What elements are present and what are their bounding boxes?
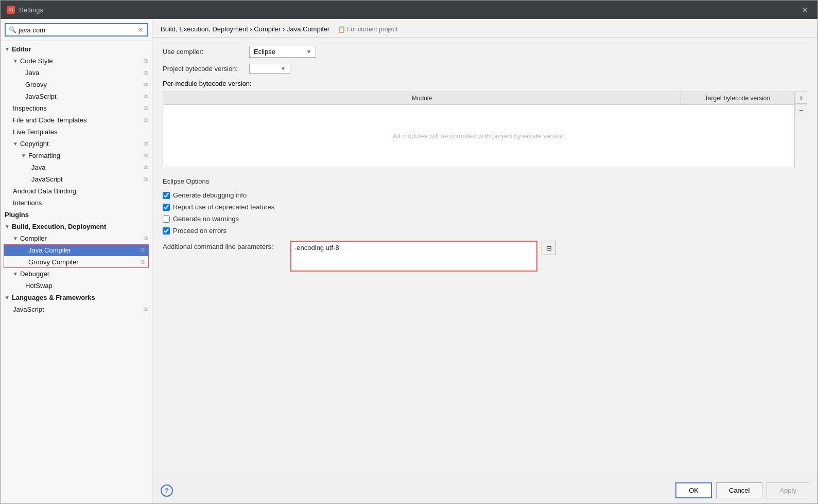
title-bar-left: ⚙ Settings: [7, 6, 43, 14]
sidebar-item-languages[interactable]: ▼ Languages & Frameworks: [1, 292, 152, 303]
copy-icon: ⧉: [144, 58, 148, 64]
sidebar-item-label: JavaScript: [13, 305, 142, 313]
copy-icon: ⧉: [144, 93, 148, 100]
sidebar-item-label: Languages & Frameworks: [12, 294, 148, 301]
cancel-button[interactable]: Cancel: [716, 482, 762, 498]
project-bytecode-row: Project bytecode version: ▼: [163, 64, 807, 74]
module-header: Module: [163, 92, 681, 104]
browse-icon: ⊞: [546, 244, 552, 252]
sidebar-item-copyright[interactable]: ▼ Copyright ⧉: [1, 138, 152, 150]
search-clear-button[interactable]: ✕: [137, 26, 144, 34]
sidebar-item-label: Build, Execution, Deployment: [12, 223, 148, 230]
sidebar-item-groovy-compiler[interactable]: Groovy Compiler ⧉: [4, 256, 149, 268]
table-empty-message: All modules will be compiled with projec…: [163, 105, 794, 167]
copy-icon: ⧉: [144, 81, 148, 88]
per-module-label: Per-module bytecode version:: [163, 80, 252, 87]
copy-icon: ⧉: [144, 117, 148, 123]
java-compiler-wrapper: Java Compiler ⧉ Groovy Compiler ⧉: [1, 244, 152, 268]
sidebar-item-label: HotSwap: [25, 282, 148, 290]
project-note-icon: 📋: [338, 26, 345, 33]
panel-header: Build, Execution, Deployment › Compiler …: [152, 19, 817, 38]
dropdown-arrow-icon: ▼: [281, 66, 286, 71]
breadcrumb-path: Build, Execution, Deployment › Compiler …: [161, 25, 329, 33]
sidebar-item-groovy[interactable]: Groovy ⧉: [1, 79, 152, 91]
search-box: 🔍 ✕: [1, 19, 152, 41]
languages-arrow: ▼: [5, 295, 10, 300]
sidebar-item-editor[interactable]: ▼ Editor: [1, 43, 152, 55]
compiler-arrow: ▼: [13, 236, 18, 241]
sidebar: 🔍 ✕ ▼ Editor ▼ Code Style ⧉: [1, 19, 152, 503]
no-warnings-checkbox[interactable]: [163, 215, 170, 223]
gen-debug-checkbox[interactable]: [163, 192, 170, 199]
help-button[interactable]: ?: [161, 484, 173, 497]
sidebar-item-label: Java Compiler: [28, 246, 138, 254]
sidebar-item-android-data-binding[interactable]: Android Data Binding: [1, 185, 152, 197]
compiler-value: Eclipse: [254, 48, 304, 56]
target-header: Target bytecode version: [681, 92, 794, 104]
bytecode-table: Module Target bytecode version All modul…: [163, 92, 795, 167]
bottom-bar: ? OK Cancel Apply: [152, 477, 817, 503]
sidebar-item-formatting[interactable]: ▼ Formatting ⧉: [1, 150, 152, 161]
sidebar-item-code-style[interactable]: ▼ Code Style ⧉: [1, 55, 152, 67]
sidebar-item-label: File and Code Templates: [13, 116, 142, 124]
sidebar-item-javascript-lang[interactable]: JavaScript ⧉: [1, 303, 152, 315]
sidebar-item-plugins[interactable]: Plugins: [1, 209, 152, 221]
build-arrow: ▼: [5, 224, 10, 229]
copy-icon: ⧉: [144, 152, 148, 159]
sidebar-item-hotswap[interactable]: HotSwap: [1, 280, 152, 292]
settings-window: ⚙ Settings ✕ 🔍 ✕ ▼ Editor: [0, 0, 818, 504]
project-bytecode-dropdown[interactable]: ▼: [249, 64, 290, 74]
sidebar-item-java-fmt[interactable]: Java ⧉: [1, 161, 152, 173]
sidebar-item-compiler[interactable]: ▼ Compiler ⧉: [1, 232, 152, 244]
sidebar-item-label: Intentions: [13, 199, 148, 207]
use-compiler-row: Use compiler: Eclipse ▼: [163, 46, 807, 58]
tree-area: ▼ Editor ▼ Code Style ⧉ Java ⧉ Groovy ⧉: [1, 41, 152, 503]
project-bytecode-label: Project bytecode version:: [163, 65, 245, 73]
title-bar: ⚙ Settings ✕: [1, 1, 817, 19]
dep-features-checkbox[interactable]: [163, 204, 170, 211]
search-input[interactable]: [19, 26, 135, 34]
copy-icon: ⧉: [144, 235, 148, 242]
proceed-errors-checkbox[interactable]: [163, 227, 170, 235]
copy-icon: ⧉: [144, 105, 148, 112]
sidebar-item-label: Java: [25, 69, 142, 77]
sidebar-item-label: Editor: [12, 45, 148, 53]
dep-features-label: Report use of deprecated features: [173, 203, 274, 211]
project-note: 📋 For current project: [338, 26, 397, 33]
copy-icon: ⧉: [144, 69, 148, 76]
sidebar-item-label: Groovy: [25, 81, 142, 88]
debugger-arrow: ▼: [13, 271, 18, 277]
sidebar-item-debugger[interactable]: ▼ Debugger: [1, 268, 152, 280]
sidebar-item-live-templates[interactable]: Live Templates: [1, 126, 152, 138]
sidebar-item-java-compiler[interactable]: Java Compiler ⧉: [4, 244, 149, 256]
remove-row-button[interactable]: −: [795, 104, 807, 116]
sidebar-item-java[interactable]: Java ⧉: [1, 67, 152, 79]
sidebar-item-file-code-templates[interactable]: File and Code Templates ⧉: [1, 114, 152, 126]
table-buttons: + −: [795, 92, 807, 175]
search-wrapper: 🔍 ✕: [5, 23, 148, 37]
sidebar-item-label: Debugger: [20, 270, 148, 278]
cmd-input-wrapper[interactable]: -encoding utf-8: [290, 241, 537, 272]
action-buttons: OK Cancel Apply: [675, 482, 809, 498]
sidebar-item-intentions[interactable]: Intentions: [1, 197, 152, 209]
sidebar-item-label: Inspections: [13, 104, 142, 112]
sidebar-item-inspections[interactable]: Inspections ⧉: [1, 102, 152, 114]
copy-icon: ⧉: [141, 247, 145, 254]
sidebar-item-javascript-cs[interactable]: JavaScript ⧉: [1, 91, 152, 102]
editor-arrow: ▼: [5, 46, 10, 52]
close-button[interactable]: ✕: [798, 3, 811, 17]
right-panel: Build, Execution, Deployment › Compiler …: [152, 19, 817, 503]
sidebar-item-javascript-fmt[interactable]: JavaScript ⧉: [1, 173, 152, 185]
search-icon: 🔍: [9, 26, 16, 33]
add-row-button[interactable]: +: [795, 92, 807, 104]
sidebar-item-label: Formatting: [28, 152, 142, 159]
use-compiler-dropdown[interactable]: Eclipse ▼: [249, 46, 316, 58]
cmd-browse-button[interactable]: ⊞: [542, 241, 556, 255]
sidebar-item-build[interactable]: ▼ Build, Execution, Deployment: [1, 221, 152, 232]
apply-button[interactable]: Apply: [767, 482, 809, 498]
sidebar-item-label: Code Style: [20, 57, 142, 65]
sidebar-item-label: Groovy Compiler: [28, 258, 138, 266]
sidebar-item-label: Copyright: [20, 140, 142, 148]
ok-button[interactable]: OK: [675, 482, 712, 498]
checkbox-gen-debug: Generate debugging info: [163, 191, 807, 199]
